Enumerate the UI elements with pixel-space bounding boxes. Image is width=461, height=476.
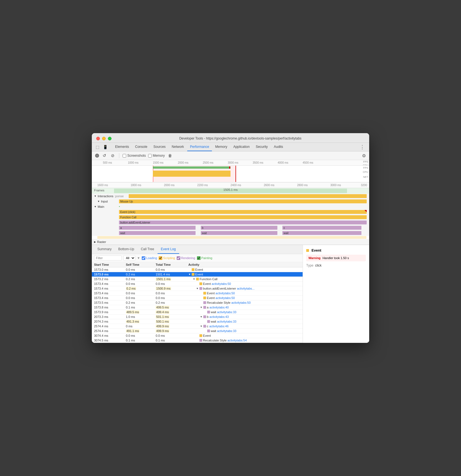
table-row[interactable]: 1573.5 ms0.2 ms0.2 ms▼Recalculate Style … [92,300,303,305]
event-click-block[interactable]: Event (click) [119,210,366,214]
table-row[interactable]: 1573.4 ms0.0 ms0.0 ms▼Event activitytabs… [92,282,303,286]
scripting-checkbox-input[interactable] [159,256,162,260]
tab-bottom-up[interactable]: Bottom-Up [115,245,137,254]
tab-bar-icons: ⬚ 📱 [94,144,108,150]
loading-label: Loading [146,256,157,260]
activity-name: wait [211,329,216,333]
cell-activity: ▼Event activitytabs:50 [186,296,303,300]
tab-sources[interactable]: Sources [151,143,168,151]
tab-console[interactable]: Console [132,143,150,151]
main-triangle[interactable]: ▼ [94,205,97,208]
interactions-triangle[interactable]: ▼ [94,195,97,198]
cell-start-time: 1573.5 ms [92,300,124,305]
tab-call-tree[interactable]: Call Tree [138,245,158,254]
input-triangle[interactable]: ▼ [97,200,100,203]
table-row[interactable]: 1573.4 ms0.0 ms0.0 ms▼Event activitytabs… [92,291,303,296]
scripting-checkbox[interactable]: Scripting [159,256,175,260]
wait-1-block[interactable]: wait [119,231,196,235]
activity-link[interactable]: activitytabs:46 [209,325,229,328]
reload-button[interactable]: ↺ [101,153,107,159]
activity-link[interactable]: activitytabs:40 [209,306,229,309]
activity-link[interactable]: activitytabs:50 [212,282,231,285]
function-call-block[interactable]: Function Call [119,215,366,219]
clear-button[interactable]: ⊘ [110,153,116,159]
table-row[interactable]: 2574.4 ms491.1 ms499.9 ms▼wait activityt… [92,329,303,333]
activity-link[interactable]: activitytabs:54 [227,339,247,342]
input-bars: Mouse Up [114,199,369,204]
activity-link[interactable]: activitytabs:33 [217,310,236,314]
trash-button[interactable]: 🗑 [168,153,172,158]
screenshots-checkbox-input[interactable] [123,154,126,158]
table-row[interactable]: 2074.3 ms491.3 ms500.1 ms▼wait activityt… [92,319,303,324]
fps-cpu-net-labels: FPS CPU NET [363,160,368,166]
expand-icon[interactable]: ▼ [188,273,191,276]
col-start-time: Start Time [92,262,124,267]
cell-activity: ▼wait activitytabs:33 [186,310,303,315]
table-row[interactable]: 3074.5 ms0.1 ms0.1 ms▼Recalculate Style … [92,338,303,343]
activity-link[interactable]: activitytabs:50 [216,292,235,295]
tab-memory[interactable]: Memory [212,143,230,151]
wait-3-block[interactable]: wait [282,231,361,235]
device-icon[interactable]: 📱 [102,144,108,150]
activity-link[interactable]: activitytabs:33 [217,320,236,323]
tab-performance[interactable]: Performance [187,143,212,151]
memory-checkbox[interactable]: Memory [148,154,165,158]
overview-bars[interactable]: FPS CPU NET [92,166,369,182]
table-row[interactable]: 1573.8 ms0.1 ms499.5 ms▼a activitytabs:4… [92,305,303,310]
record-button[interactable] [95,154,99,158]
cell-total-time: 499.9 ms [153,329,186,333]
tab-event-log[interactable]: Event Log [158,245,179,254]
loading-checkbox[interactable]: Loading [142,256,157,260]
activity-link[interactable]: activitytabs... [237,287,255,290]
activity-icon [207,311,210,313]
table-row[interactable]: 1573.2 ms0.2 ms1501.1 ms▼Function Call [92,277,303,282]
activity-link[interactable]: activitytabs:50 [216,296,235,300]
rendering-checkbox[interactable]: Rendering [177,256,195,260]
activity-link[interactable]: activitytabs:50 [231,301,251,304]
more-tabs-icon[interactable]: ⋮ [358,144,367,150]
table-row[interactable]: 2073.3 ms1.0 ms501.1 ms▼b activitytabs:4… [92,315,303,319]
b-block[interactable]: b [201,226,277,230]
settings-icon[interactable]: ⚙ [362,153,366,158]
table-row[interactable]: 1573.4 ms0.2 ms1500.9 ms▼button.addEvent… [92,286,303,291]
addeventlistener-block[interactable]: button.addEventListener [119,221,366,224]
filter-select[interactable]: All [123,255,135,261]
rendering-checkbox-input[interactable] [177,256,180,260]
table-row[interactable]: 1573.4 ms0.0 ms0.0 ms▼Event activitytabs… [92,296,303,300]
tab-security[interactable]: Security [253,143,270,151]
table-row[interactable]: 1573.0 ms0.0 ms0.0 ms▼Event [92,267,303,272]
table-row[interactable]: 2574.4 ms0 ms499.9 ms▼c activitytabs:46 [92,324,303,329]
tab-summary[interactable]: Summary [94,245,115,254]
screenshots-checkbox[interactable]: Screenshots [123,154,146,158]
painting-checkbox[interactable]: Painting [197,256,212,260]
table-row[interactable]: 1573.9 ms489.5 ms499.4 ms▼wait activityt… [92,310,303,315]
table-row[interactable]: 3074.4 ms0.0 ms0.0 ms▼Event [92,333,303,338]
tab-audits[interactable]: Audits [271,143,286,151]
wait-2-block[interactable]: wait [201,231,277,235]
expand-icon[interactable]: ▼ [193,278,195,280]
activity-link[interactable]: activitytabs:43 [209,315,229,318]
loading-checkbox-input[interactable] [142,256,145,260]
maximize-button[interactable] [108,137,112,140]
expand-icon[interactable]: ▼ [196,287,199,290]
event-table-scroll[interactable]: Start Time Self Time Total Time Activity… [92,262,303,343]
table-row[interactable]: 1573.0 ms0.2 ms1501.4 ms▼Event [92,272,303,277]
tab-network[interactable]: Network [169,143,187,151]
minimize-button[interactable] [102,137,106,140]
expand-icon[interactable]: ▼ [200,325,202,328]
painting-checkbox-input[interactable] [197,256,201,260]
expand-icon[interactable]: ▼ [200,306,202,309]
inspect-icon[interactable]: ⬚ [94,144,101,150]
memory-checkbox-input[interactable] [148,154,152,158]
a-block[interactable]: a [119,226,196,230]
c-block[interactable]: c [282,226,361,230]
tab-elements[interactable]: Elements [112,143,132,151]
filter-dropdown-icon: ▼ [137,256,140,260]
raster-triangle[interactable]: ▶ [94,240,96,243]
filter-input[interactable] [94,255,122,260]
tab-application[interactable]: Application [231,143,252,151]
expand-icon[interactable]: ▼ [200,315,202,318]
col-activity: Activity [186,262,303,267]
close-button[interactable] [96,137,100,140]
activity-link[interactable]: activitytabs:33 [217,329,236,333]
